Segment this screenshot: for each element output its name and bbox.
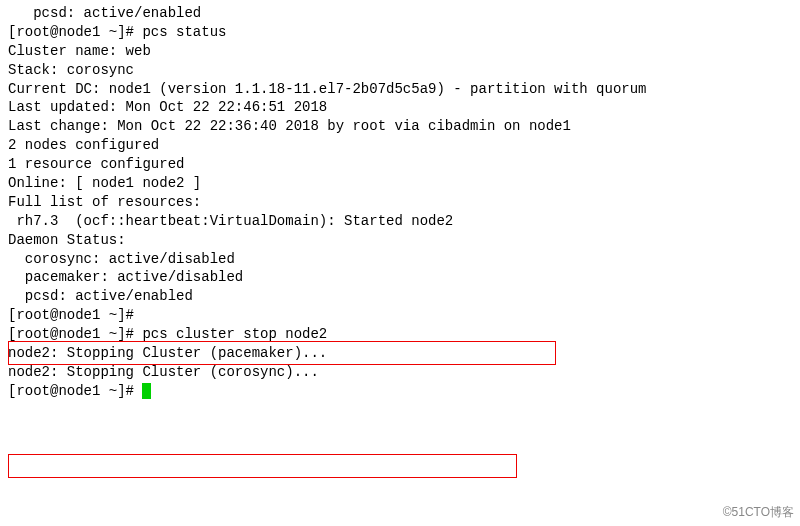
terminal-line: node2: Stopping Cluster (corosync)... [8,363,792,382]
terminal-line: Online: [ node1 node2 ] [8,174,792,193]
terminal-line: Last updated: Mon Oct 22 22:46:51 2018 [8,98,792,117]
terminal-line: Last change: Mon Oct 22 22:36:40 2018 by… [8,117,792,136]
terminal-prompt-line[interactable]: [root@node1 ~]# [8,382,792,401]
terminal-line: [root@node1 ~]# pcs cluster stop node2 [8,325,792,344]
terminal-line: pcsd: active/enabled [8,287,792,306]
terminal-line: pcsd: active/enabled [8,4,792,23]
terminal-line: node2: Stopping Cluster (pacemaker)... [8,344,792,363]
terminal-line: rh7.3 (ocf::heartbeat:VirtualDomain): St… [8,212,792,231]
terminal-line: 1 resource configured [8,155,792,174]
terminal-line: Daemon Status: [8,231,792,250]
terminal-line: pacemaker: active/disabled [8,268,792,287]
terminal-line: Cluster name: web [8,42,792,61]
terminal-line: Current DC: node1 (version 1.1.18-11.el7… [8,80,792,99]
cursor-icon [142,383,151,399]
terminal-prompt-text: [root@node1 ~]# [8,383,142,399]
terminal-line: corosync: active/disabled [8,250,792,269]
watermark-text: ©51CTO博客 [723,504,794,520]
terminal-line: 2 nodes configured [8,136,792,155]
highlight-box-command [8,454,517,478]
terminal-line: Stack: corosync [8,61,792,80]
terminal-line: Full list of resources: [8,193,792,212]
terminal-line: [root@node1 ~]# pcs status [8,23,792,42]
terminal-line: [root@node1 ~]# [8,306,792,325]
